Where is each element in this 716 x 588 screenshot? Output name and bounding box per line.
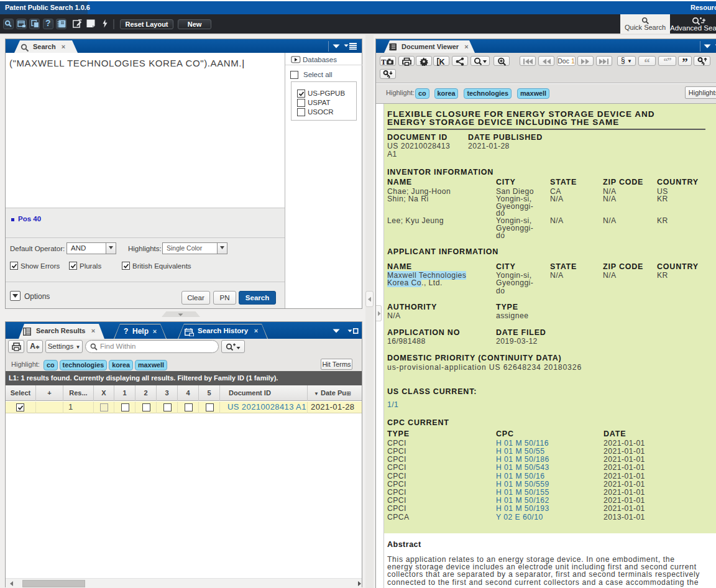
svg-text:K: K xyxy=(439,58,445,66)
svg-text:T: T xyxy=(381,58,386,65)
